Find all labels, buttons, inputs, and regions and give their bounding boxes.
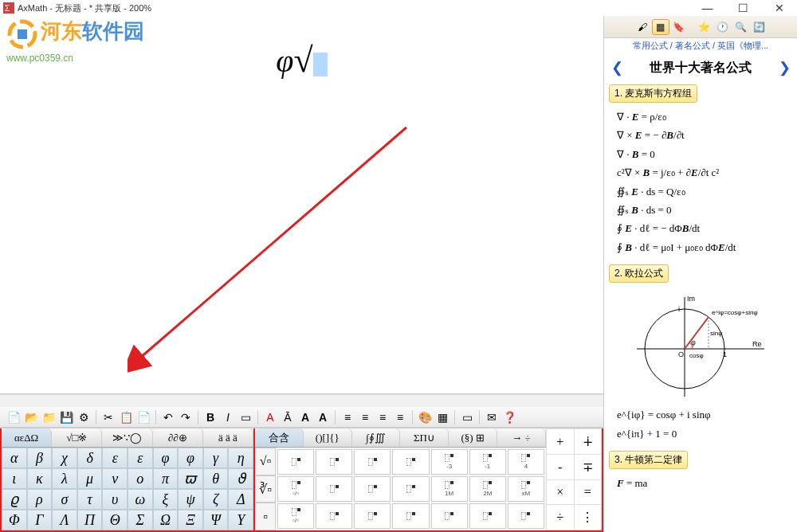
template-cell-13[interactable]: xM [508,476,544,502]
close-button[interactable]: ✕ [761,0,797,16]
template-cell-19[interactable] [469,503,506,529]
font-box-button[interactable]: ▭ [237,409,254,426]
template-cell-5[interactable]: -1 [469,449,506,475]
greek-tab-1[interactable]: √□※ [52,428,102,447]
undo-button[interactable]: ↶ [159,409,177,426]
greek-ρ[interactable]: ρ [27,489,53,510]
greek-γ[interactable]: γ [203,448,229,468]
greek-α[interactable]: α [2,448,27,468]
greek-ε[interactable]: ε [128,448,153,468]
template-tab-0[interactable]: 合含 [255,428,304,447]
style-button[interactable]: Ā [279,409,296,426]
formula-math[interactable]: F = ma [609,472,792,494]
align-l-button[interactable]: ≡ [339,409,356,426]
template-cell-20[interactable] [508,503,544,529]
cut-button[interactable]: ✂ [100,409,117,426]
template-cell-4[interactable]: -3 [431,449,468,475]
operator-∔[interactable]: ∔ [575,429,602,454]
equation-placeholder[interactable] [313,53,328,76]
side-grid-button[interactable]: ▦ [652,19,669,35]
box-red-button[interactable]: ▭ [458,409,476,426]
greek-υ[interactable]: υ [102,489,128,510]
greek-ψ[interactable]: ψ [178,489,203,510]
A2-button[interactable]: A [314,409,332,426]
formula-list[interactable]: 1. 麦克斯韦方程组∇ · E = ρ/ε₀∇ × E = − ∂B/∂t∇ ·… [604,81,797,532]
breadcrumb[interactable]: 常用公式 / 著名公式 / 英国《物理... [604,38,797,54]
maximize-button[interactable]: ☐ [725,0,761,16]
greek-Δ[interactable]: Δ [228,489,253,510]
greek-ν[interactable]: ν [102,468,128,489]
operator-∓[interactable]: ∓ [575,455,602,479]
operator-=[interactable]: = [575,480,602,504]
paste-button[interactable]: 📄 [135,409,152,426]
operator-×[interactable]: × [547,480,574,504]
align-j-button[interactable]: ≡ [391,409,409,426]
template-row-2[interactable]: ▫ [255,503,276,530]
greek-δ[interactable]: δ [77,448,103,468]
template-row-0[interactable]: √▫ [255,448,276,475]
template-cell-3[interactable] [392,449,429,475]
formula-math[interactable]: ∇ · E = ρ/ε₀∇ × E = − ∂B/∂t∇ · B = 0c²∇ … [609,106,792,258]
template-cell-6[interactable]: 4 [508,449,544,475]
template-cell-15[interactable] [316,503,352,529]
operator-⋮[interactable]: ⋮ [575,505,602,530]
greek-ξ[interactable]: ξ [153,489,179,510]
greek-tab-3[interactable]: ∂∂⊕ [153,428,203,447]
italic-button[interactable]: I [219,409,237,426]
copy-button[interactable]: 📋 [117,409,135,426]
template-cell-17[interactable] [392,503,429,529]
equation-canvas[interactable]: φ√ [0,16,603,394]
greek-λ[interactable]: λ [52,468,77,489]
align-c-button[interactable]: ≡ [356,409,374,426]
side-refresh-button[interactable]: 🔄 [751,19,768,35]
template-cell-2[interactable] [354,449,391,475]
next-page-button[interactable]: ❯ [776,59,792,76]
template-tab-4[interactable]: (§) ⊞ [449,428,497,447]
greek-tab-4[interactable]: ä ä ä [203,428,253,447]
greek-ϖ[interactable]: ϖ [178,468,203,489]
A1-button[interactable]: A [296,409,314,426]
save-button[interactable]: 💾 [57,409,75,426]
greek-τ[interactable]: τ [77,489,103,510]
greek-Λ[interactable]: Λ [52,510,77,530]
template-cell-16[interactable] [354,503,391,529]
template-tab-3[interactable]: ΣΠ∪ [400,428,449,447]
greek-μ[interactable]: μ [77,468,103,489]
greek-ϱ[interactable]: ϱ [2,489,27,510]
template-tab-5[interactable]: → ÷ [497,428,546,447]
horizontal-scrollbar[interactable] [0,394,603,407]
greek-ω[interactable]: ω [128,489,153,510]
greek-tab-2[interactable]: ≫∵◯ [102,428,152,447]
greek-Φ[interactable]: Φ [2,510,27,530]
side-star-button[interactable]: ⭐ [696,19,713,35]
template-cell-18[interactable] [431,503,468,529]
redo-button[interactable]: ↷ [177,409,194,426]
operator-÷[interactable]: ÷ [547,505,574,530]
greek-Σ[interactable]: Σ [128,510,153,530]
greek-ζ[interactable]: ζ [203,489,229,510]
template-cell-11[interactable]: 1M [431,476,468,502]
help-button[interactable]: ❓ [501,409,518,426]
prev-page-button[interactable]: ❮ [609,59,625,76]
greek-ϑ[interactable]: ϑ [228,468,253,489]
greek-Π[interactable]: Π [77,510,103,530]
greek-η[interactable]: η [228,448,253,468]
greek-φ[interactable]: φ [178,448,203,468]
greek-π[interactable]: π [153,468,179,489]
greek-Ξ[interactable]: Ξ [178,510,203,530]
greek-σ[interactable]: σ [52,489,77,510]
open-button[interactable]: 📂 [22,409,40,426]
template-cell-9[interactable] [354,476,391,502]
new-doc-button[interactable]: 📄 [5,409,22,426]
greek-tab-0[interactable]: αεΔΩ [2,428,52,447]
settings-button[interactable]: ⚙ [75,409,92,426]
greek-φ[interactable]: φ [153,448,179,468]
align-r-button[interactable]: ≡ [374,409,391,426]
minimize-button[interactable]: — [689,0,725,16]
palette-button[interactable]: 🎨 [416,409,434,426]
greek-Ψ[interactable]: Ψ [203,510,229,530]
operator--[interactable]: - [547,455,574,479]
template-cell-0[interactable] [277,449,314,475]
side-brush-button[interactable]: 🖌 [634,19,651,35]
template-tab-1[interactable]: ()[]{} [304,428,352,447]
